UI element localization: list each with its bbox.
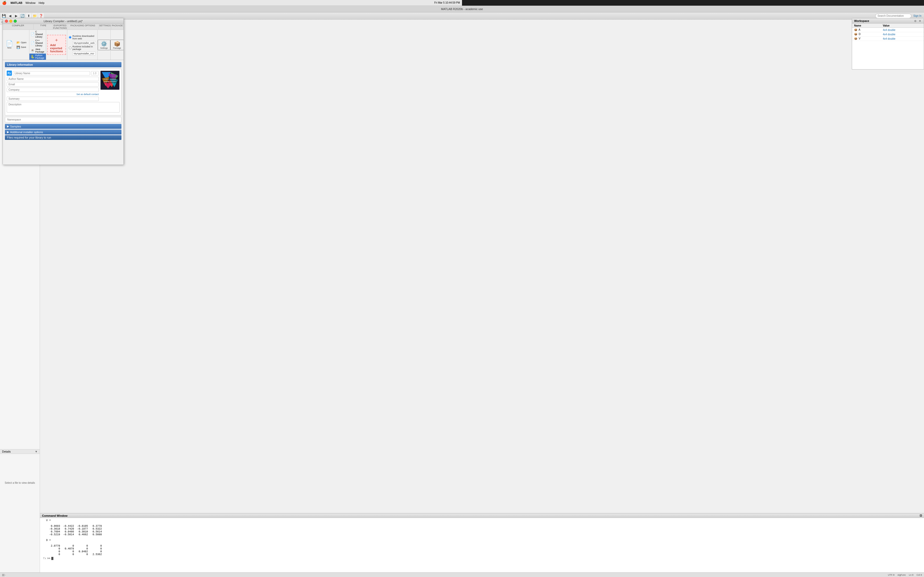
packaging-options-label: PACKAGING OPTIONS (67, 24, 99, 29)
samples-arrow: ▶ (7, 125, 9, 128)
library-name-input[interactable] (13, 71, 90, 76)
compiler-window: Library Compiler - untitled1.prj* COMPIL… (3, 18, 124, 165)
save-btn[interactable]: 💾 Save (15, 45, 28, 50)
menubar: 🍎 MATLAB Window Help Fri Mar 5 10:44:59 … (0, 0, 462, 6)
description-textarea[interactable] (7, 102, 120, 113)
cpp-shared-label: C++ Shared Library (36, 39, 45, 47)
description-row (7, 102, 120, 113)
settings-icon: ⚙️ (101, 41, 107, 47)
save-label: Save (21, 46, 26, 48)
version-input[interactable] (91, 71, 99, 76)
save-icon: 💾 (16, 45, 20, 49)
cpp-shared-icon: 📄 (31, 41, 34, 45)
python-icon: 🐍 (31, 55, 34, 58)
author-input[interactable] (7, 77, 99, 81)
name-and-splash-row: Py (7, 71, 120, 102)
company-row (7, 88, 99, 92)
author-row (7, 77, 99, 81)
compiler-ribbon: COMPILER TYPE EXPORTED FUNCTIONS PACKAGI… (3, 24, 123, 60)
maximize-btn[interactable] (14, 19, 17, 23)
library-info-header: Library information (5, 62, 121, 67)
compiler-titlebar: Library Compiler - untitled1.prj* (3, 18, 123, 24)
new-btn[interactable]: 📄 New (4, 40, 15, 50)
type-cpp-shared[interactable]: 📄 C++ Shared Library (29, 39, 46, 47)
close-btn[interactable] (5, 19, 8, 23)
runtime-web-label: Runtime downloaded from web (73, 35, 96, 40)
samples-label: Samples (10, 125, 21, 128)
menubar-right: Fri Mar 5 10:44:59 PM (435, 1, 460, 4)
minimize-btn[interactable] (9, 19, 12, 23)
add-functions-icon: ＋ (50, 37, 63, 43)
add-exported-functions-area[interactable]: ＋ Add exported functions (47, 35, 66, 55)
additional-label: Additional installer options (10, 131, 43, 134)
window-buttons (5, 19, 17, 23)
set-default-link[interactable]: Set as default contact (7, 93, 99, 95)
library-info-area: Library information Py (3, 60, 123, 165)
library-name-row: Py (7, 71, 99, 76)
type-java[interactable]: ☕ Java Package (29, 47, 46, 53)
menubar-help[interactable]: Help (39, 1, 45, 4)
files-required-label: Files required for your library to run (7, 136, 51, 139)
runtime-web-radio[interactable] (69, 36, 71, 39)
runtime-included-radio[interactable] (69, 47, 71, 49)
library-icon: Py (7, 71, 12, 76)
file-small-btns: 📂 Open 💾 Save (15, 40, 28, 50)
packaging-options-section: Runtime downloaded from web MyAppInstall… (67, 30, 98, 60)
type-label: TYPE (34, 24, 53, 29)
compiler-title: Library Compiler - untitled1.prj* (44, 19, 83, 23)
runtime-included-row: Runtime included in package (69, 45, 96, 50)
add-functions-label: Add exported functions (50, 44, 63, 53)
menubar-window[interactable]: Window (26, 1, 36, 4)
new-label: New (7, 47, 11, 49)
settings-section: ⚙️ Settings (98, 30, 111, 60)
compiler-label: COMPILER (3, 24, 34, 29)
apple-menu[interactable]: 🍎 (2, 1, 6, 5)
splash-screen-btn[interactable]: Select custom splash screen (100, 71, 120, 90)
matlab-window: MATLAB R2020b - academic use 💾 ◀ ▶ 🔄 ⬆ 📁… (0, 6, 462, 288)
java-icon: ☕ (31, 49, 34, 52)
package-label-header: PACKAGE (111, 24, 123, 29)
runtime-web-row: Runtime downloaded from web (69, 35, 96, 40)
new-icon: 📄 (6, 41, 13, 47)
battery-status: Fri Mar 5 10:44:59 PM (435, 1, 460, 4)
settings-label-header: SETTINGS (99, 24, 111, 29)
runtime-included-label: Runtime included in package (73, 45, 96, 50)
exported-functions-label-header: EXPORTED FUNCTIONS (53, 24, 67, 29)
matlab-toolbar: MATLAB R2020b - academic use (0, 6, 462, 12)
type-python[interactable]: 🐍 Python Package (29, 53, 46, 60)
summary-input[interactable] (7, 97, 99, 101)
email-input[interactable] (7, 82, 99, 87)
settings-label: Settings (100, 47, 108, 49)
splash-label: Select custom splash screen (102, 77, 119, 83)
java-label: Java Package (36, 48, 45, 53)
namespace-input[interactable] (5, 117, 121, 122)
package-section: 📦 Package (111, 30, 123, 60)
form-fields: Py (7, 71, 99, 102)
c-shared-label: C Shared Library (36, 31, 45, 38)
type-section: 📄 C Shared Library 📄 C++ Shared Library … (29, 30, 46, 60)
samples-section[interactable]: ▶ Samples (5, 124, 121, 129)
company-input[interactable] (7, 88, 99, 92)
additional-arrow: ▶ (7, 131, 9, 134)
open-icon: 📂 (16, 41, 20, 44)
c-shared-icon: 📄 (31, 32, 34, 36)
library-info-form: Py (5, 69, 121, 115)
app-name[interactable]: MATLAB (11, 1, 23, 4)
runtime-included-value: MyAppInstaller_mcr (73, 52, 96, 55)
python-label: Python Package (36, 54, 45, 59)
open-btn[interactable]: 📂 Open (15, 40, 28, 45)
package-icon: 📦 (114, 41, 120, 47)
email-row (7, 82, 99, 87)
splash-screen-area: Select custom splash screen (100, 71, 120, 102)
summary-row (7, 97, 99, 101)
type-c-shared[interactable]: 📄 C Shared Library (29, 30, 46, 39)
matlab-title: MATLAB R2020b - academic use (441, 8, 462, 11)
package-btn[interactable]: 📦 Package (110, 40, 123, 50)
svg-text:Py: Py (8, 72, 11, 75)
namespace-section (5, 117, 121, 122)
runtime-web-value: MyAppInstaller_web (73, 41, 96, 45)
package-label: Package (113, 47, 121, 49)
settings-btn[interactable]: ⚙️ Settings (98, 40, 110, 50)
files-required-section[interactable]: Files required for your library to run (5, 135, 121, 140)
additional-installer-section[interactable]: ▶ Additional installer options (5, 130, 121, 134)
